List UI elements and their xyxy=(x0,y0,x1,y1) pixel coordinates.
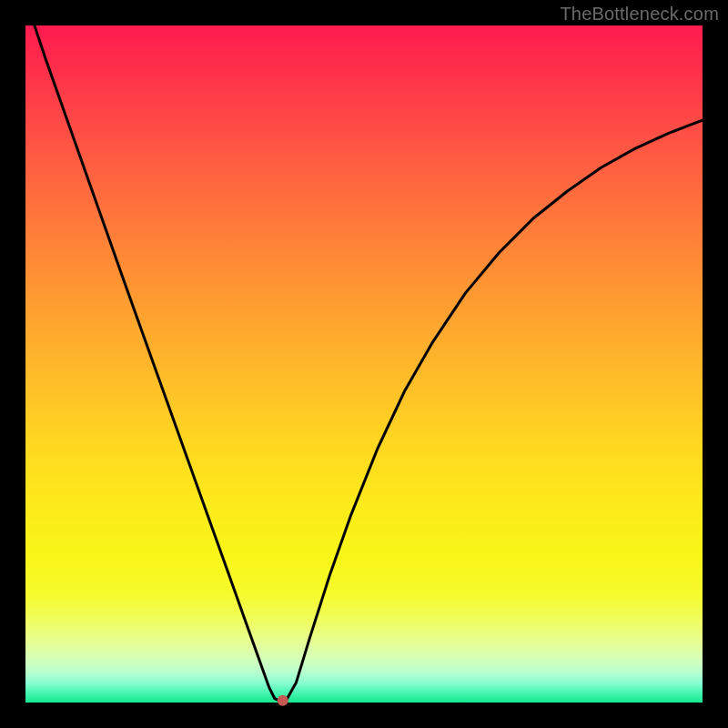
curve-svg xyxy=(25,25,703,703)
watermark-text: TheBottleneck.com xyxy=(560,4,719,25)
optimal-point-marker xyxy=(278,695,288,706)
plot-area xyxy=(25,25,703,703)
bottleneck-curve xyxy=(25,0,703,701)
chart-frame: TheBottleneck.com xyxy=(0,0,728,728)
